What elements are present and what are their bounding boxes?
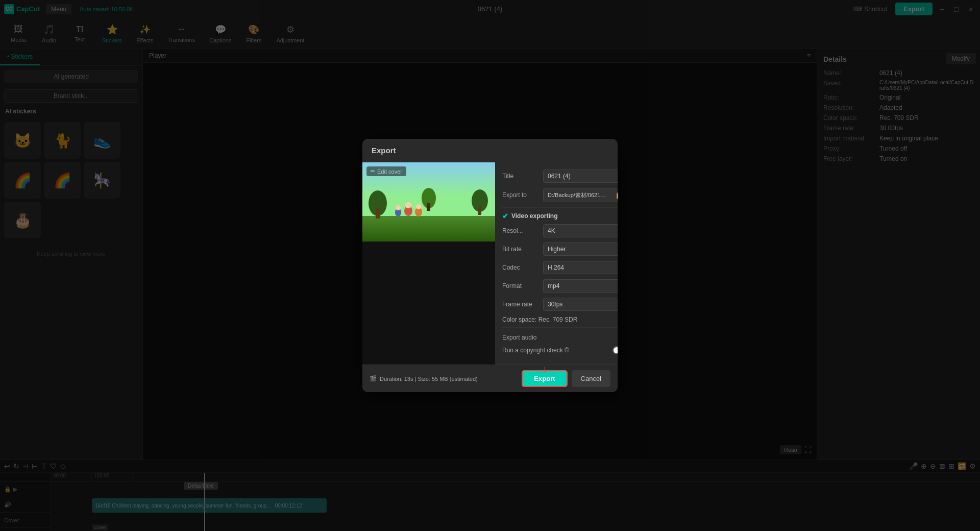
format-label: Format [502, 282, 543, 289]
modal-overlay: Export [0, 0, 980, 531]
color-space-form-text: Color space: Rec. 709 SDR [502, 316, 577, 323]
color-space-form-row: Color space: Rec. 709 SDR [502, 316, 618, 323]
folder-browse-button[interactable]: 📁 [616, 191, 618, 199]
codec-label: Codec [502, 264, 543, 271]
export-form: Title Export to D:/Backup/素材/0621... 📁 ✔… [495, 162, 618, 365]
modal-footer: 🎬 Duration: 13s | Size: 55 MB (estimated… [362, 365, 618, 392]
resolution-select-wrap: 4K2K1080p720p [543, 224, 618, 237]
edit-cover-label: Edit cover [377, 168, 402, 175]
svg-point-17 [405, 202, 411, 208]
check-icon: ✔ [502, 212, 508, 220]
modal-title: Export [362, 139, 618, 162]
video-exporting-label: Video exporting [511, 212, 557, 220]
divider-2 [502, 327, 618, 328]
copyright-label-text: Run a copyright check © [502, 347, 612, 354]
codec-select-wrap: H.264H.265ProRes [543, 261, 618, 274]
copyright-toggle[interactable] [612, 346, 618, 354]
pencil-icon: ✏ [371, 168, 375, 175]
resolution-select[interactable]: 4K2K1080p720p [543, 224, 618, 237]
resolution-row: Resol... 4K2K1080p720p [502, 224, 618, 237]
framerate-select[interactable]: 30fps24fps25fps60fps [543, 298, 618, 311]
arrow-indicator: ↓ [542, 363, 547, 375]
format-row: Format mp4movavi [502, 279, 618, 293]
codec-row: Codec H.264H.265ProRes [502, 261, 618, 274]
svg-rect-9 [362, 216, 495, 242]
duration-info: 🎬 Duration: 13s | Size: 55 MB (estimated… [370, 375, 478, 382]
export-path-display: D:/Backup/素材/0621... 📁 [543, 188, 618, 202]
modal-body: ✏ Edit cover Title Export to D:/Backup/素… [362, 162, 618, 365]
bitrate-row: Bit rate HigherHighMediumLow [502, 243, 618, 256]
film-icon: 🎬 [370, 375, 377, 382]
bitrate-select[interactable]: HigherHighMediumLow [543, 243, 618, 256]
svg-rect-15 [427, 203, 430, 211]
svg-point-21 [396, 205, 401, 210]
edit-cover-button[interactable]: ✏ Edit cover [366, 166, 406, 176]
title-row: Title [502, 170, 618, 183]
duration-text: Duration: 13s | Size: 55 MB (estimated) [380, 376, 478, 382]
export-modal: Export [362, 139, 618, 392]
audio-section: Export audio ▾ [502, 332, 618, 343]
resolution-form-label: Resol... [502, 227, 543, 234]
framerate-form-label: Frame rate [502, 301, 543, 308]
svg-rect-13 [478, 206, 481, 215]
export-preview-image: ✏ Edit cover [362, 162, 495, 242]
format-select[interactable]: mp4movavi [543, 279, 618, 293]
copyright-row: Run a copyright check © [502, 346, 618, 354]
audio-label-text: Export audio [502, 334, 536, 341]
export-to-row: Export to D:/Backup/素材/0621... 📁 [502, 188, 618, 202]
modal-actions: ↓ Export Cancel [522, 370, 610, 387]
framerate-select-wrap: 30fps24fps25fps60fps [543, 298, 618, 311]
svg-rect-11 [376, 208, 380, 219]
export-path-text: D:/Backup/素材/0621... [548, 191, 605, 199]
framerate-form-row: Frame rate 30fps24fps25fps60fps [502, 298, 618, 311]
bitrate-label: Bit rate [502, 246, 543, 253]
title-label: Title [502, 173, 543, 180]
codec-select[interactable]: H.264H.265ProRes [543, 261, 618, 274]
format-select-wrap: mp4movavi [543, 279, 618, 293]
export-preview-panel: ✏ Edit cover [362, 162, 495, 365]
divider-1 [502, 207, 618, 208]
video-export-header: ✔ Video exporting [502, 212, 618, 220]
export-to-label: Export to [502, 191, 543, 199]
export-btn-wrapper: ↓ Export [522, 370, 567, 387]
cancel-button[interactable]: Cancel [572, 370, 610, 387]
bitrate-select-wrap: HigherHighMediumLow [543, 243, 618, 256]
title-input[interactable] [543, 170, 618, 183]
svg-point-19 [416, 204, 421, 209]
